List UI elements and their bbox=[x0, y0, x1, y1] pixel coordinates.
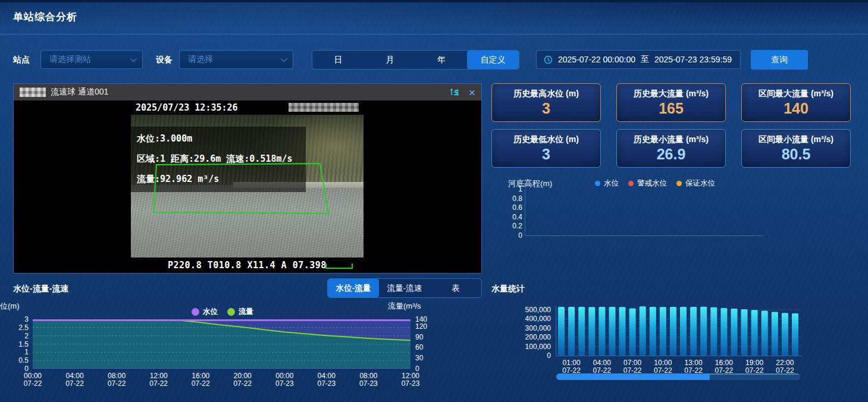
period-day-button[interactable]: 日 bbox=[312, 51, 364, 69]
period-custom-button[interactable]: 自定义 bbox=[467, 51, 519, 69]
y-tick-label: 60 bbox=[415, 343, 423, 351]
legend-label: 警戒水位 bbox=[637, 178, 667, 189]
page-title: 单站综合分析 bbox=[13, 10, 77, 24]
y-tick-label: 100,000 bbox=[488, 343, 551, 351]
y-tick-label: 500,000 bbox=[488, 306, 551, 314]
scrollbar-active-range[interactable] bbox=[556, 373, 710, 380]
volume-plot bbox=[555, 303, 803, 358]
x-tick-date: 07-22 bbox=[141, 380, 177, 388]
filter-bar: 站点 请选择测站 设备 请选择 日 月 年 自定义 2025-07-22 00:… bbox=[0, 50, 868, 70]
legend-dot bbox=[628, 181, 634, 186]
stat-card-value: 26.9 bbox=[617, 146, 725, 163]
stat-card-value: 3 bbox=[492, 146, 600, 163]
stat-card-hist-min-level: 历史最低水位 (m) 3 bbox=[491, 129, 601, 168]
legend-label: 流量 bbox=[239, 307, 253, 317]
legend-item[interactable]: 水位 bbox=[192, 307, 218, 317]
legend-dot bbox=[676, 181, 682, 186]
stat-card-range-max-flow: 区间最大流量 (m³/s) 140 bbox=[741, 83, 851, 122]
query-button[interactable]: 查询 bbox=[751, 50, 808, 70]
legend-dot bbox=[227, 308, 235, 316]
device-select-placeholder: 请选择 bbox=[188, 54, 281, 65]
legend-item[interactable]: 警戒水位 bbox=[628, 178, 667, 189]
station-select-placeholder: 请选择测站 bbox=[49, 54, 130, 65]
header-divider bbox=[0, 34, 868, 34]
tab-level-flow[interactable]: 水位-流量 bbox=[328, 279, 379, 297]
scrollbar-track[interactable] bbox=[710, 373, 800, 380]
stat-card-hist-max-flow: 历史最大流量 (m³/s) 165 bbox=[616, 83, 726, 122]
stat-card-label: 历史最低水位 (m) bbox=[492, 134, 600, 145]
y-tick-label: 0.4 bbox=[504, 213, 522, 221]
y-tick-label: 300,000 bbox=[488, 324, 551, 332]
y-tick-label: 0.8 bbox=[504, 194, 522, 203]
date-range-end: 2025-07-23 23:59:59 bbox=[654, 55, 732, 64]
chevron-down-icon bbox=[281, 55, 287, 62]
level-flow-section-title: 水位-流量-流速 bbox=[13, 284, 68, 294]
x-tick-label: 16:0007-22 bbox=[183, 372, 218, 388]
redacted-station-name bbox=[20, 87, 46, 97]
legend-item[interactable]: 水位 bbox=[595, 178, 619, 189]
riverbed-legend: 水位 警戒水位 保证水位 bbox=[595, 178, 715, 189]
legend-dot bbox=[192, 308, 199, 316]
y-tick-label: 2.5 bbox=[0, 324, 29, 332]
period-year-button[interactable]: 年 bbox=[416, 51, 468, 69]
stat-card-value: 165 bbox=[617, 100, 725, 117]
stat-card-hist-max-level: 历史最高水位 (m) 3 bbox=[491, 83, 601, 122]
device-select[interactable]: 请选择 bbox=[179, 50, 293, 69]
x-tick-date: 07-22 bbox=[15, 380, 51, 388]
legend-item[interactable]: 保证水位 bbox=[676, 178, 715, 189]
video-scale-bracket bbox=[325, 263, 353, 269]
tab-flow-velocity[interactable]: 流量-流速 bbox=[379, 279, 430, 297]
stat-card-label: 区间最小流量 (m³/s) bbox=[742, 134, 850, 145]
y-tick-label: 90 bbox=[415, 333, 423, 341]
station-label: 站点 bbox=[13, 50, 30, 70]
video-letterbox: 2025/07/23 12:35:26 水位:3.000m 区域:1 距离:29… bbox=[14, 100, 481, 273]
x-tick-date: 07-22 bbox=[57, 380, 93, 388]
measurement-region-overlay bbox=[131, 100, 364, 273]
legend-dot bbox=[595, 181, 600, 186]
riverbed-x-axis-line bbox=[525, 235, 764, 236]
close-icon[interactable]: × bbox=[469, 87, 475, 98]
period-segmented-control: 日 月 年 自定义 bbox=[312, 50, 519, 70]
right-axis-title: 流量(m³/s bbox=[388, 301, 421, 312]
y-tick-label: 1 bbox=[504, 185, 522, 193]
stat-card-value: 80.5 bbox=[742, 146, 850, 163]
y-tick-label: 400,000 bbox=[488, 315, 551, 323]
y-tick-label: 3 bbox=[0, 315, 29, 324]
y-tick-label: 200,000 bbox=[488, 333, 551, 341]
stat-card-label: 历史最小流量 (m³/s) bbox=[617, 134, 725, 145]
single-station-analysis-page: 单站综合分析 站点 请选择测站 设备 请选择 日 月 年 自定义 2025-07… bbox=[0, 0, 868, 402]
y-tick-label: 1.5 bbox=[0, 340, 29, 348]
x-tick-date: 07-23 bbox=[393, 380, 428, 388]
x-tick-date: 07-23 bbox=[267, 380, 302, 388]
stream-switch-icon[interactable]: S bbox=[449, 87, 460, 98]
x-tick-label: 12:0007-23 bbox=[393, 372, 428, 388]
period-month-button[interactable]: 月 bbox=[364, 51, 416, 69]
level-flow-tabs: 水位-流量 流量-流速 表 bbox=[327, 278, 482, 298]
level-flow-chart: 水位(m) 流量(m³/s 32.521.510.50 140120906030… bbox=[0, 297, 443, 402]
video-panel-header: 流速球 通道001 S × bbox=[14, 84, 481, 100]
riverbed-elevation-chart: 河底高程(m) 水位 警戒水位 保证水位 10.80.60.40.20 bbox=[504, 174, 784, 242]
y-tick-label: 0 bbox=[488, 351, 551, 360]
x-tick-date: 07-22 bbox=[225, 380, 261, 388]
legend-item[interactable]: 流量 bbox=[227, 307, 253, 317]
date-range-picker[interactable]: 2025-07-22 00:00:00 至 2025-07-23 23:59:5… bbox=[536, 50, 741, 69]
video-frame: 2025/07/23 12:35:26 水位:3.000m 区域:1 距离:29… bbox=[131, 100, 364, 273]
y-tick-label: 0.2 bbox=[504, 222, 522, 230]
x-tick-date: 07-22 bbox=[99, 380, 134, 388]
chart-datazoom-scrollbar[interactable] bbox=[556, 373, 800, 380]
stat-card-label: 历史最大流量 (m³/s) bbox=[617, 89, 725, 99]
x-tick-date: 07-23 bbox=[350, 380, 386, 388]
tab-table[interactable]: 表 bbox=[430, 279, 481, 297]
x-tick-label: 04:0007-23 bbox=[309, 372, 344, 388]
video-panel: 流速球 通道001 S × 2025/07/23 12:35:26 bbox=[13, 83, 482, 274]
device-label: 设备 bbox=[156, 50, 173, 70]
stat-cards-grid: 历史最高水位 (m) 3 历史最大流量 (m³/s) 165 区间最大流量 (m… bbox=[491, 83, 855, 168]
y-tick-label: 0.5 bbox=[0, 356, 29, 365]
x-tick-label: 20:0007-22 bbox=[225, 372, 261, 388]
riverbed-y-axis-line bbox=[525, 189, 525, 235]
x-tick-label: 12:0007-22 bbox=[141, 372, 177, 388]
stat-card-value: 3 bbox=[492, 100, 600, 117]
water-volume-chart: 水量统计 500,000400,000300,000200,000100,000… bbox=[488, 279, 868, 392]
station-select[interactable]: 请选择测站 bbox=[40, 50, 143, 69]
level-flow-plot bbox=[33, 319, 411, 370]
